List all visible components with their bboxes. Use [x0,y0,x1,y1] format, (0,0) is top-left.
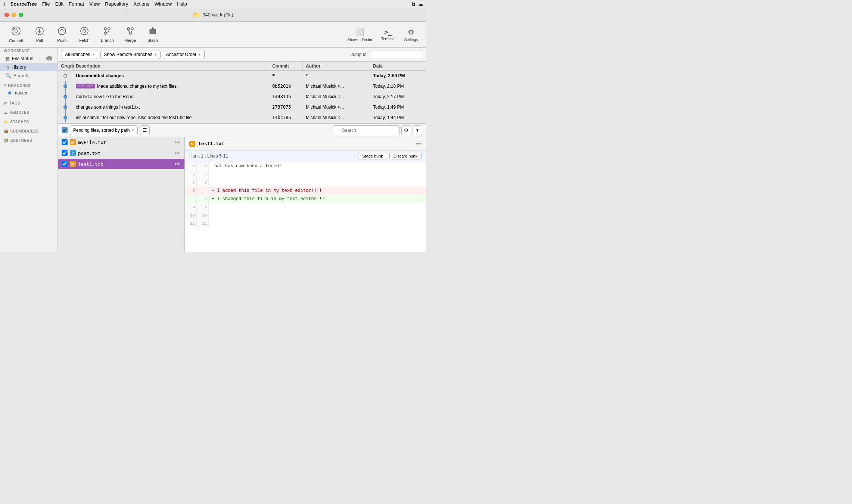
close-button[interactable] [4,13,9,17]
jump-to-input[interactable] [370,50,422,59]
diff-more-button[interactable]: ••• [416,141,422,147]
file-more-button[interactable]: ••• [174,150,181,156]
file-checkbox[interactable] [62,150,68,156]
file-more-button[interactable]: ••• [174,161,181,167]
svg-point-16 [131,28,133,30]
terminal-button[interactable]: >_ Terminal [377,27,399,43]
file-item[interactable]: MmyFile.txt••• [58,137,184,148]
fetch-button[interactable]: Fetch [74,25,95,44]
history-row[interactable]: changes some things in test1.txt2737075M… [58,102,426,112]
branch-button[interactable]: Branch [96,25,118,44]
terminal-icon: >_ [384,28,392,36]
diff-line: 99 [185,203,426,211]
sidebar-item-history[interactable]: ◷ History [0,63,57,71]
history-row[interactable]: initial commit for our new repo. Also ad… [58,112,426,123]
pending-sort-dropdown[interactable]: Pending files, sorted by path ▼ [70,125,138,135]
all-branches-dropdown[interactable]: All Branches ▼ [62,50,98,59]
subtrees-section: 🌿 SUBTREES [0,135,57,144]
svg-point-3 [15,30,17,32]
push-button[interactable]: Push [52,25,72,44]
line-content [209,211,426,220]
main-layout: WORKSPACE ▦ File status 3 ◷ History 🔍 Se… [0,48,426,252]
sidebar-item-master[interactable]: master [0,89,57,97]
pull-button[interactable]: Pull [29,25,50,44]
menu-view[interactable]: View [89,1,100,7]
list-view-button[interactable]: ☰ [140,125,150,135]
file-checkbox[interactable] [62,139,68,145]
show-in-finder-button[interactable]: ⬜ Show in Finder [343,26,376,43]
file-item[interactable]: Mtest1.txt••• [58,159,184,169]
tags-label: TAGS [10,101,21,105]
description-cell: changes some things in test1.txt [73,102,269,112]
stash-button[interactable]: Stash [142,25,163,44]
pending-search-input[interactable] [333,125,400,135]
commit-cell: 0b5201b [269,81,303,91]
author-cell: * [303,71,370,81]
sidebar: WORKSPACE ▦ File status 3 ◷ History 🔍 Se… [0,48,58,252]
titlebar: 📁 340-work (Git) [0,8,426,22]
new-line-num: 10 [197,211,209,220]
file-name: poem.txt [78,150,171,156]
file-badge: M [70,139,76,145]
history-icon: ◷ [5,64,9,70]
description-cell: Added a new file to the Repo! [73,91,269,102]
history-row[interactable]: ⑂masterMade additional changes to my tex… [58,81,426,91]
stage-hunk-button[interactable]: Stage hunk [358,153,387,159]
diff-line: 8+ I changed this file in my text editor… [185,195,426,203]
menu-help[interactable]: Help [177,1,187,7]
history-row[interactable]: Added a new file to the Repo!144813bMich… [58,91,426,102]
file-more-button[interactable]: ••• [174,139,181,145]
discard-hunk-button[interactable]: Discard hunk [389,153,422,159]
pending-gear-button[interactable]: ⚙ [401,125,411,135]
show-remote-dropdown[interactable]: Show Remote Branches ▼ [100,50,160,59]
commit-button[interactable]: Commit [4,25,28,44]
pending-all-checkbox[interactable] [62,127,68,133]
subtrees-icon: 🌿 [4,139,9,143]
old-line-num: 11 [185,220,197,228]
app-name: SourceTree [10,1,37,7]
author-cell: Michael Musick <... [303,81,370,91]
author-cell: Michael Musick <... [303,112,370,122]
sidebar-item-file-status[interactable]: ▦ File status 3 [0,54,57,63]
menu-file[interactable]: File [42,1,50,7]
merge-button[interactable]: Merge [120,25,141,44]
gear-icon: ⚙ [404,127,408,133]
settings-button[interactable]: ⚙ Settings [401,26,422,43]
submodules-section: 📦 SUBMODULES [0,126,57,135]
menu-actions[interactable]: Actions [133,1,149,7]
maximize-button[interactable] [19,13,23,17]
line-content [209,203,426,211]
menu-repository[interactable]: Repository [105,1,128,7]
old-line-num: 10 [185,211,197,220]
submodules-header[interactable]: 📦 SUBMODULES [0,128,57,134]
hunk-header: Hunk 1 : Lines 5-11 Stage hunk Discard h… [185,150,426,162]
menu-format[interactable]: Format [69,1,84,7]
branches-icon: ⑂ [4,84,6,88]
history-row[interactable]: Uncommitted changes**Today, 2:59 PM [58,71,426,81]
stash-label: Stash [147,38,158,43]
new-line-num: 7 [197,178,209,187]
graph-cell [58,102,73,112]
minimize-button[interactable] [12,13,16,17]
file-badge: M [70,161,76,167]
branches-header[interactable]: ⑂ BRANCHES [0,83,57,89]
folder-icon: 📁 [193,11,200,18]
pending-expand-button[interactable]: ▼ [413,125,422,135]
menu-edit[interactable]: Edit [55,1,63,7]
file-checkbox[interactable] [62,161,68,167]
stashes-header[interactable]: 📁 STASHES [0,119,57,125]
diff-line: 1010 [185,211,426,220]
old-line-num: 6 [185,170,197,178]
menu-window[interactable]: Window [155,1,172,7]
ancestor-order-dropdown[interactable]: Ancestor Order ▼ [163,50,205,59]
header-description: Description [73,62,269,70]
tags-icon: 🏷 [4,101,8,105]
remotes-header[interactable]: ☁ REMOTES [0,109,57,116]
list-icon: ☰ [143,127,147,133]
file-item[interactable]: ?poem.txt••• [58,148,184,159]
tags-header[interactable]: 🏷 TAGS [0,100,57,106]
hunk-label: Hunk 1 : Lines 5-11 [189,153,228,159]
subtrees-header[interactable]: 🌿 SUBTREES [0,137,57,144]
sidebar-item-search[interactable]: 🔍 Search [0,71,57,80]
apple-menu[interactable]:  [3,1,5,7]
